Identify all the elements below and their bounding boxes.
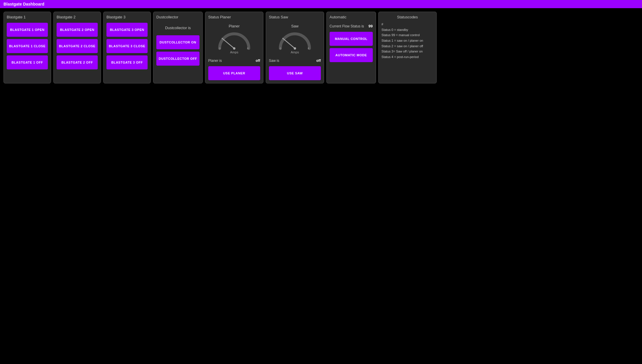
- svg-text:0: 0: [219, 47, 221, 50]
- dustcollector-panel: Dustcollector Dustcollector is DUSTCOLLE…: [153, 12, 203, 83]
- svg-point-5: [294, 47, 296, 50]
- saw-status-label: Saw is: [269, 59, 279, 63]
- planer-status-value: off: [256, 59, 260, 63]
- saw-status-row: Saw is off: [269, 57, 321, 64]
- top-bar: Blastgate Dashboard: [0, 0, 642, 8]
- blastgate3-close-button[interactable]: BLASTGATE 3 CLOSE: [106, 39, 148, 53]
- planer-gauge-container: Planer 0 8 Amps: [208, 23, 260, 55]
- planer-gauge: 0 8: [217, 29, 252, 50]
- status-saw-panel: Status Saw Saw 0 8 Amps Saw is off USE S…: [266, 12, 324, 83]
- statuscodes-line-2: Status 1 = saw on / planer on: [382, 38, 433, 43]
- dustcollector-on-button[interactable]: DUSTCOLLECTOR ON: [156, 35, 200, 49]
- svg-text:0: 0: [280, 47, 281, 50]
- automatic-panel: Automatic Current Flow Status is 99 MANU…: [326, 12, 376, 83]
- blastgate2-title: Blastgate 2: [57, 15, 98, 19]
- svg-text:8: 8: [308, 47, 309, 50]
- blastgate3-off-button[interactable]: BLASTGATE 3 OFF: [106, 55, 148, 69]
- use-saw-button[interactable]: USE SAW: [269, 66, 321, 80]
- blastgate1-off-button[interactable]: BLASTGATE 1 OFF: [7, 55, 48, 69]
- manual-control-button[interactable]: MANUAL CONTROL: [330, 32, 373, 46]
- svg-line-4: [283, 38, 295, 48]
- saw-gauge: 0 8: [277, 29, 312, 50]
- current-flow-value: 99: [368, 24, 372, 28]
- dustcollector-status-text: Dustcollector is: [156, 23, 200, 33]
- statuscodes-line-5: Status 4 = post-run-period: [382, 54, 433, 60]
- automatic-title: Automatic: [330, 15, 373, 19]
- svg-text:8: 8: [247, 47, 249, 50]
- blastgate1-open-button[interactable]: BLASTGATE 1 OPEN: [7, 23, 48, 37]
- blastgate3-title: Blastgate 3: [106, 15, 148, 19]
- blastgate1-close-button[interactable]: BLASTGATE 1 CLOSE: [7, 39, 48, 53]
- svg-point-1: [233, 47, 235, 50]
- blastgate1-panel: Blastgate 1 BLASTGATE 1 OPEN BLASTGATE 1…: [4, 12, 51, 83]
- saw-status-value: off: [316, 59, 321, 63]
- statuscodes-line-1: Status 99 = manual control: [382, 32, 433, 38]
- planer-status-row: Planer is off: [208, 57, 260, 64]
- saw-gauge-label: Amps: [291, 50, 299, 54]
- current-flow-label: Current Flow Status is: [330, 24, 364, 28]
- planer-gauge-title: Planer: [229, 24, 240, 28]
- blastgate3-panel: Blastgate 3 BLASTGATE 3 OPEN BLASTGATE 3…: [103, 12, 151, 83]
- status-saw-title: Status Saw: [269, 15, 321, 19]
- status-planer-panel: Status Planer Planer 0 8 Amps Planer is …: [205, 12, 263, 83]
- statuscodes-hash: #: [382, 22, 433, 27]
- statuscodes-line-0: Status 0 = standby: [382, 27, 433, 33]
- saw-gauge-title: Saw: [291, 24, 298, 28]
- blastgate2-open-button[interactable]: BLASTGATE 2 OPEN: [57, 23, 98, 37]
- planer-gauge-label: Amps: [230, 50, 238, 54]
- statuscodes-line-3: Status 2 = saw on / planer off: [382, 43, 433, 49]
- statuscodes-line-4: Status 3= Saw off / planer on: [382, 49, 433, 54]
- dashboard: Blastgate 1 BLASTGATE 1 OPEN BLASTGATE 1…: [0, 8, 642, 87]
- svg-line-0: [222, 38, 234, 48]
- blastgate2-off-button[interactable]: BLASTGATE 2 OFF: [57, 55, 98, 69]
- dustcollector-off-button[interactable]: DUSTCOLLECTOR OFF: [156, 52, 200, 66]
- saw-gauge-container: Saw 0 8 Amps: [269, 23, 321, 55]
- current-flow-row: Current Flow Status is 99: [330, 23, 373, 29]
- blastgate3-open-button[interactable]: BLASTGATE 3 OPEN: [106, 23, 148, 37]
- dustcollector-title: Dustcollector: [156, 15, 200, 19]
- blastgate2-panel: Blastgate 2 BLASTGATE 2 OPEN BLASTGATE 2…: [53, 12, 101, 83]
- app-title: Blastgate Dashboard: [4, 2, 44, 6]
- statuscodes-title: Statuscodes: [382, 15, 433, 19]
- automatic-mode-button[interactable]: AUTOMATIC MODE: [330, 48, 373, 62]
- statuscodes-panel: Statuscodes # Status 0 = standby Status …: [378, 12, 437, 83]
- statuscodes-list: # Status 0 = standby Status 99 = manual …: [382, 22, 433, 60]
- blastgate1-title: Blastgate 1: [7, 15, 48, 19]
- use-planer-button[interactable]: USE PLANER: [208, 66, 260, 80]
- blastgate2-close-button[interactable]: BLASTGATE 2 CLOSE: [57, 39, 98, 53]
- status-planer-title: Status Planer: [208, 15, 260, 19]
- planer-status-label: Planer is: [208, 59, 222, 63]
